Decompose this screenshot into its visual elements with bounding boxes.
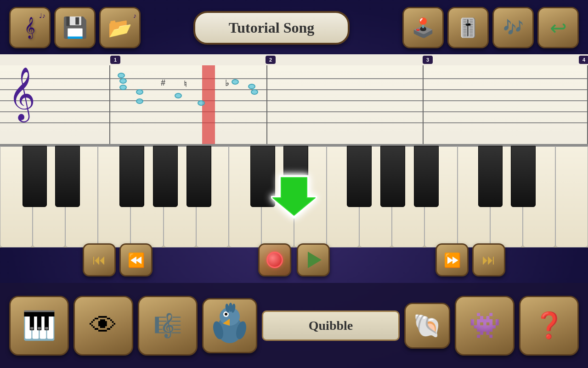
piano-tool-button[interactable]: 🎹 [9,296,69,356]
flat-symbol-1: ♭ [225,78,229,88]
undo-button[interactable]: ↩ [537,7,579,48]
instruments-button[interactable]: 🎶 [492,7,534,48]
measure-num-4: 4 [579,56,588,64]
note-1c [119,85,127,90]
note-2a [232,79,239,85]
step-fwd-icon: ⏩ [444,252,461,268]
white-key-11[interactable] [327,146,359,247]
white-key-12[interactable] [359,146,392,247]
note-3a [136,98,143,104]
metronome-icon: 🎼 [153,312,182,339]
white-key-5[interactable] [130,146,163,247]
measure-numbers: 1 2 3 4 [0,54,588,65]
notes-load-deco: ♪ [133,12,136,19]
shell-button[interactable]: 🐚 [404,303,450,349]
measure-num-1: 1 [110,56,120,64]
note-2c [251,89,258,95]
rewind-icon: ⏮ [92,252,106,268]
down-arrow-indicator [271,174,317,220]
eyeball-icon: 👁 [90,310,117,341]
fast-fwd-icon: ⏭ [482,252,496,268]
bottom-right-buttons: 👾 ❓ [455,296,579,356]
rewind-button[interactable]: ⏮ [83,243,116,276]
white-key-4[interactable] [98,146,130,247]
song-title-text: Tutorial Song [229,19,314,36]
help-settings-icon: ❓ [533,310,565,340]
measure-num-3: 3 [423,56,433,64]
header: 𝄞 ♩♪ 💾 📂 ♪ Tutorial Song 🕹️ 🎚️ 🎶 [0,0,588,55]
barline-1 [109,65,110,144]
bottom-bar: 🎹 👁 🎼 [0,283,588,368]
fast-fwd-button[interactable]: ⏭ [472,243,505,276]
save-button[interactable]: 💾 [54,7,96,48]
monster-book-button[interactable]: 👾 [455,296,514,356]
character-avatar-button[interactable] [202,298,257,353]
staff-line-5 [0,122,588,123]
record-circle [266,252,283,268]
load-button[interactable]: 📂 ♪ [99,7,141,48]
staff-lines [0,65,588,144]
white-key-2[interactable] [33,146,65,247]
mixer-icon: 🎚️ [457,17,480,39]
play-button[interactable] [297,243,330,276]
sheet-music-area: 1 2 3 4 𝄞 # ♮ ♭ [0,54,588,144]
step-fwd-button[interactable]: ⏩ [435,243,469,276]
note-3b [198,100,205,106]
white-key-16[interactable] [490,146,523,247]
metronome-button[interactable]: 🎼 [138,296,198,356]
staff-container: 𝄞 # ♮ ♭ [0,65,588,144]
white-key-8[interactable] [229,146,261,247]
staff-line-1 [0,78,588,79]
staff-line-3 [0,100,588,101]
play-triangle [308,252,322,268]
note-1d [136,89,143,95]
undo-icon: ↩ [550,16,567,40]
step-back-icon: ⏪ [128,252,145,268]
folder-icon: 📂 [108,17,132,39]
transport-controls: ⏮ ⏪ ⏩ ⏭ [0,242,588,278]
transport-center [258,243,330,276]
white-key-7[interactable] [196,146,229,247]
mixer-button[interactable]: 🎚️ [447,7,489,48]
step-back-button[interactable]: ⏪ [119,243,153,276]
staff-line-2 [0,89,588,90]
notes-deco: ♩♪ [39,12,45,19]
white-key-18[interactable] [555,146,588,247]
character-name-text: Quibble [309,318,353,333]
white-key-6[interactable] [164,146,196,247]
white-key-13[interactable] [392,146,424,247]
quibble-svg [207,303,253,349]
piano-area [0,144,588,247]
note-1a [118,73,125,78]
barline-2 [266,65,267,144]
treble-clef-symbol: 𝄞 [8,70,35,116]
character-avatar [204,299,256,352]
barline-3 [423,65,424,144]
joystick-button[interactable]: 🕹️ [402,7,444,48]
music-sheet-button[interactable]: 𝄞 ♩♪ [9,7,51,48]
instruments-icon: 🎶 [503,18,524,37]
measure-num-2: 2 [266,56,276,64]
record-button[interactable] [258,243,291,276]
transport-right: ⏩ ⏭ [435,243,505,276]
piano-icon: 🎹 [22,309,57,342]
note-2b [248,84,255,89]
shell-icon: 🐚 [413,312,441,339]
help-settings-button[interactable]: ❓ [519,296,579,356]
white-key-3[interactable] [65,146,98,247]
bottom-center-section: Quibble 🐚 [202,298,450,353]
white-key-17[interactable] [523,146,555,247]
note-1b [119,78,127,84]
music-note-icon: 𝄞 [24,17,35,38]
metronome-visual: 🎼 [153,312,182,339]
white-key-14[interactable] [424,146,457,247]
eyeball-button[interactable]: 👁 [74,296,133,356]
piano-wrapper [0,146,588,247]
sharp-symbol: # [161,78,165,88]
svg-point-6 [225,313,227,316]
header-right-buttons: 🕹️ 🎚️ 🎶 ↩ [402,7,579,48]
header-left-buttons: 𝄞 ♩♪ 💾 📂 ♪ [9,7,141,48]
white-key-1[interactable] [0,146,33,247]
character-name-display: Quibble [262,310,400,341]
white-key-15[interactable] [458,146,490,247]
